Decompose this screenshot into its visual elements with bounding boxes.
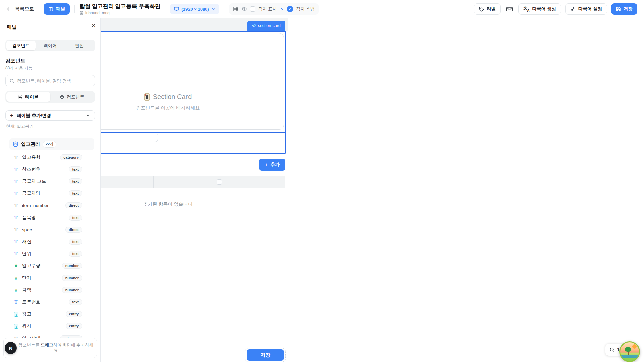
field-row[interactable]: 단위 text	[5, 248, 95, 260]
i18n-generate-button[interactable]: 文A 다국어 생성	[518, 3, 561, 15]
field-row[interactable]: 재질 text	[5, 236, 95, 248]
field-type-badge: category	[60, 154, 82, 160]
select-all-checkbox[interactable]	[217, 179, 222, 185]
field-type-badge: text	[69, 299, 82, 305]
subtab-components[interactable]: 컴포넌트	[50, 92, 94, 102]
field-list: 입고유형 category 참조번호 text 공급처 코드 text	[5, 151, 95, 344]
field-type-icon	[13, 263, 19, 269]
tab-edit[interactable]: 편집	[65, 41, 94, 50]
resolution-selector[interactable]: (644 × 362)	[170, 4, 219, 14]
field-type-icon	[13, 190, 19, 196]
field-type-icon	[13, 166, 19, 172]
grid-snap-checkbox[interactable]: ✓	[287, 6, 293, 12]
divider	[224, 5, 224, 13]
close-icon[interactable]: ×	[92, 22, 96, 29]
panel-left-icon	[48, 7, 53, 12]
document-title-block: 탑씰 입고관리 입고등록 우측화면 inbound_mng	[79, 3, 160, 15]
divider	[39, 5, 39, 13]
divider	[74, 5, 75, 13]
field-row[interactable]: 품목명 text	[5, 212, 95, 224]
page-title: 탑씰 입고관리 입고등록 우측화면	[79, 3, 160, 10]
field-type-icon	[13, 287, 19, 293]
plus-icon: +	[10, 112, 13, 119]
field-row[interactable]: spec direct	[5, 224, 95, 236]
field-type-icon	[13, 275, 19, 281]
toolbar-right: 라벨 文A 다국어 생성 다국어 설정 저장	[474, 3, 637, 15]
add-change-table-button[interactable]: + 테이블 추가/변경	[5, 110, 95, 121]
source-subtabs: 테이블 컴포넌트	[5, 91, 95, 103]
field-name: 품목명	[22, 215, 36, 221]
island-extension-badge[interactable]	[619, 341, 640, 362]
field-row[interactable]: 로트번호 text	[5, 296, 95, 308]
field-type-badge: direct	[65, 227, 82, 233]
search-input[interactable]	[17, 78, 91, 83]
field-row[interactable]: 단가 number	[5, 272, 95, 284]
magnifier-icon	[609, 347, 615, 352]
grid-snap-label: 격자 스냅	[296, 6, 315, 12]
add-row-button[interactable]: + 추가	[259, 159, 285, 171]
monitor-icon	[174, 7, 179, 12]
grid-show-label: 격자 표시	[258, 6, 277, 12]
field-row[interactable]: 입고유형 category	[5, 151, 95, 163]
canvas-save-button[interactable]: 저장	[247, 349, 284, 361]
field-type-icon	[13, 312, 19, 316]
selection-component-label: v2-section-card	[247, 21, 285, 31]
grid-controls: 격자 표시 ✓ 격자 스냅	[229, 3, 319, 15]
field-name: 단가	[22, 275, 31, 281]
grid-show-checkbox[interactable]	[250, 6, 255, 12]
field-name: 단위	[22, 251, 31, 257]
back-label: 목록으로	[15, 6, 34, 12]
table-group-header[interactable]: 입고관리 22개	[9, 138, 94, 150]
field-row[interactable]: 입고수량 number	[5, 260, 95, 272]
field-row[interactable]: 금액 number	[5, 284, 95, 296]
joker-card-icon	[144, 93, 150, 101]
field-row[interactable]: 공급처 코드 text	[5, 175, 95, 187]
components-section-title: 컴포넌트	[5, 58, 95, 64]
divider	[0, 134, 100, 134]
field-name: 재질	[22, 239, 31, 245]
drag-hint-bar: 컴포넌트를 드래그하여 화면에 추가하세요	[3, 338, 97, 358]
back-arrow-icon	[6, 6, 12, 12]
save-button[interactable]: 저장	[611, 3, 637, 15]
subtab-tables[interactable]: 테이블	[6, 92, 50, 102]
label-button[interactable]: 라벨	[474, 3, 501, 15]
field-type-badge: text	[69, 251, 82, 257]
field-type-icon	[13, 251, 19, 257]
database-icon	[79, 11, 84, 15]
sliders-icon	[570, 6, 576, 12]
tab-layers[interactable]: 레이어	[36, 41, 65, 50]
database-icon	[18, 95, 23, 99]
field-row[interactable]: 창고 entity	[5, 308, 95, 320]
field-type-icon	[13, 299, 19, 305]
lightning-icon	[280, 7, 284, 11]
field-row[interactable]: 공급처명 text	[5, 187, 95, 199]
n-floating-button[interactable]: N	[5, 342, 17, 354]
search-icon	[9, 78, 14, 83]
field-type-badge: number	[62, 275, 82, 281]
panel-toggle-button[interactable]: 패널	[44, 3, 70, 15]
field-type-icon	[13, 227, 19, 233]
tab-components[interactable]: 컴포넌트	[6, 41, 36, 50]
back-to-list-button[interactable]: 목록으로	[6, 6, 34, 12]
chevron-down-icon	[211, 7, 215, 11]
field-row[interactable]: 위치 entity	[5, 320, 95, 332]
field-type-badge: entity	[66, 323, 82, 329]
i18n-settings-button[interactable]: 다국어 설정	[565, 3, 607, 15]
keyboard-shortcuts-button[interactable]	[505, 4, 514, 14]
chevron-down-icon	[86, 113, 90, 118]
keyboard-icon	[506, 6, 513, 12]
panel-header: 패널 ×	[0, 18, 100, 35]
field-type-badge: number	[62, 263, 82, 269]
field-row[interactable]: item_number direct	[5, 199, 95, 212]
grid-icon	[233, 6, 238, 12]
field-row[interactable]: 참조번호 text	[5, 163, 95, 175]
left-panel: 패널 × 컴포넌트 레이어 편집 컴포넌트 83개 사용 가능	[0, 18, 101, 362]
field-type-badge: text	[69, 239, 82, 245]
field-type-badge: text	[69, 190, 82, 196]
field-type-icon	[13, 202, 19, 208]
field-name: 입고유형	[22, 154, 40, 160]
page-subtitle: inbound_mng	[79, 11, 160, 15]
field-name: 공급처명	[22, 190, 40, 196]
component-search	[5, 75, 95, 86]
field-name: 참조번호	[22, 166, 40, 172]
